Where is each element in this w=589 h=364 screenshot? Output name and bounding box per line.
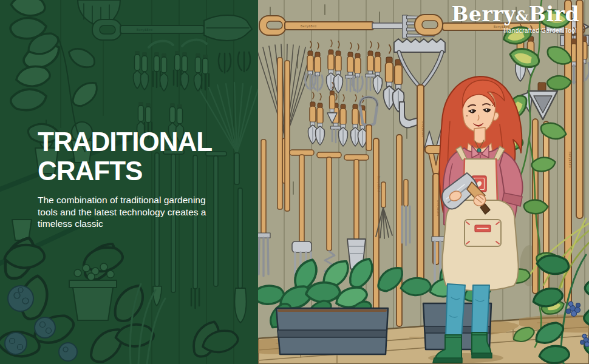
tool-handle-engraving: Berry&Bird (568, 152, 571, 167)
brand-tagline: Handcrafted Garden Tool (452, 27, 577, 34)
brand-ampersand: & (516, 7, 529, 25)
hero-copy: TRADITIONALCRAFTS The combination of tra… (38, 127, 244, 230)
tool-handle-engraving: Berry&Bird (421, 121, 424, 137)
tool-handle-engraving: Berry&Bird (377, 176, 380, 192)
brand-word-2: Bird (529, 2, 579, 26)
tool-handle-engraving: Berry&Bird (437, 200, 440, 216)
hero-description: The combination of traditional gardening… (38, 194, 225, 230)
page-title: TRADITIONALCRAFTS (38, 127, 244, 186)
necklace-pendant (477, 149, 481, 152)
title-line-1: TRADITIONAL (38, 127, 212, 157)
tinted-flowerpot (69, 263, 117, 320)
tool-handle-engraving: Berry&Bird (301, 25, 316, 28)
brand-logo: Berry&Bird Handcrafted Garden Tool (452, 4, 579, 34)
hero-banner: Berry&Bird Berry&Bird (0, 0, 589, 364)
brand-logo-text: Berry&Bird (452, 4, 579, 27)
tool-handle-engraving: Berry&Bird (137, 29, 152, 32)
brand-word-1: Berry (452, 2, 516, 26)
workshop-illustration: Berry&Bird Berry&Bird (258, 0, 589, 364)
title-line-2: CRAFTS (38, 156, 142, 186)
